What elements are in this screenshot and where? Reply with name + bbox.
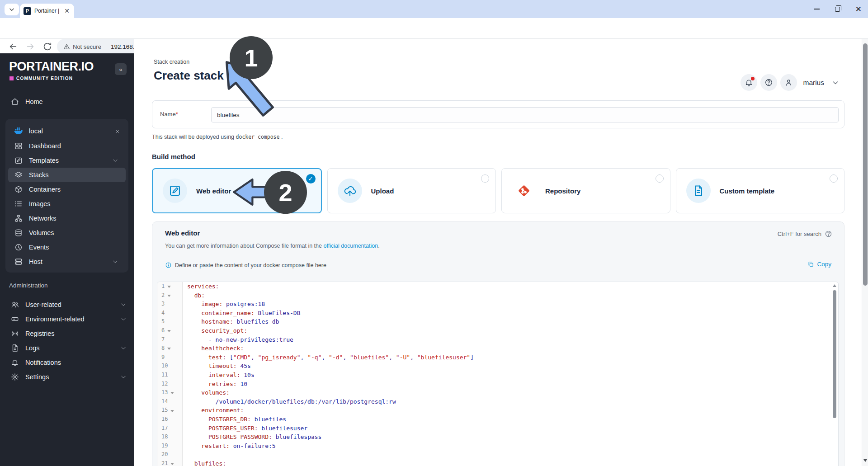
- sidebar-collapse-button[interactable]: «: [115, 63, 127, 75]
- help-button[interactable]: [760, 74, 777, 91]
- code-line[interactable]: 17 POSTGRES_USER: bluefilesuser: [157, 424, 838, 433]
- browser-window: P Portainer | ✕ ✕ Not secure 192.168.1.1…: [0, 0, 868, 466]
- sidebar-item-label: Templates: [29, 157, 59, 164]
- build-method-upload[interactable]: Upload: [327, 168, 496, 213]
- code-line[interactable]: 1services:: [157, 282, 838, 291]
- sidebar-item-notifications[interactable]: Notifications: [0, 355, 134, 370]
- code-line[interactable]: 6 security_opt:: [157, 326, 838, 335]
- notifications-button[interactable]: [741, 74, 757, 91]
- close-environment-icon[interactable]: [115, 128, 120, 133]
- images-icon: [14, 200, 23, 208]
- web-editor-heading: Web editor: [165, 229, 200, 237]
- not-secure-badge[interactable]: Not secure: [63, 43, 101, 50]
- official-documentation-link[interactable]: official documentation: [323, 243, 378, 249]
- code-line[interactable]: 10 timeout: 45s: [157, 362, 838, 371]
- build-method-custom-template[interactable]: Custom template: [676, 168, 845, 213]
- sidebar-item-label: Containers: [29, 186, 61, 193]
- line-number: 19: [161, 442, 168, 451]
- line-number: 20: [161, 450, 168, 459]
- fold-caret-icon[interactable]: [167, 330, 171, 332]
- edition-square-icon: [9, 76, 14, 80]
- code-line[interactable]: 11 interval: 10s: [157, 371, 838, 380]
- code-line[interactable]: 12 retries: 10: [157, 380, 838, 389]
- stack-name-input[interactable]: [211, 107, 839, 122]
- sidebar-item-containers[interactable]: Containers: [8, 182, 126, 197]
- minimize-icon[interactable]: [814, 9, 820, 9]
- user-menu-button[interactable]: [780, 74, 797, 91]
- sidebar-item-events[interactable]: Events: [8, 240, 126, 254]
- code-line[interactable]: 2 db:: [157, 291, 838, 300]
- scroll-up-icon[interactable]: [833, 284, 836, 287]
- code-line[interactable]: 18 POSTGRES_PASSWORD: bluefilespass: [157, 433, 838, 442]
- fold-caret-icon[interactable]: [170, 392, 174, 394]
- sidebar-item-registries[interactable]: Registries: [0, 326, 134, 341]
- environment-header[interactable]: local: [8, 122, 126, 139]
- question-icon[interactable]: [825, 230, 832, 238]
- sidebar-item-label: Volumes: [29, 229, 54, 236]
- code-line[interactable]: 9 test: ["CMD", "pg_isready", "-q", "-d"…: [157, 353, 838, 362]
- registries-icon: [11, 329, 19, 338]
- code-text: security_opt:: [183, 326, 247, 335]
- code-line[interactable]: 13 volumes:: [157, 388, 838, 397]
- sidebar-item-images[interactable]: Images: [8, 197, 126, 211]
- back-icon[interactable]: [8, 42, 18, 52]
- sidebar-item-volumes[interactable]: Volumes: [8, 226, 126, 240]
- code-text: test: ["CMD", "pg_isready", "-q", "-d", …: [183, 353, 474, 362]
- sidebar-item-settings[interactable]: Settings: [0, 370, 134, 384]
- code-line[interactable]: 3 image: postgres:18: [157, 300, 838, 309]
- browser-tab[interactable]: P Portainer | ✕: [20, 4, 74, 18]
- line-number: 13: [161, 388, 168, 397]
- sidebar-item-templates[interactable]: Templates: [8, 153, 126, 168]
- reload-icon[interactable]: [42, 42, 52, 52]
- code-line[interactable]: 20: [157, 450, 838, 459]
- close-icon[interactable]: ✕: [855, 5, 862, 13]
- radio-button[interactable]: [656, 174, 664, 183]
- sidebar-item-environment-related[interactable]: Environment-related: [0, 312, 134, 326]
- forward-icon[interactable]: [25, 42, 35, 52]
- sidebar-item-home[interactable]: Home: [0, 94, 134, 109]
- radio-button[interactable]: [481, 174, 489, 183]
- code-line[interactable]: 15 environment:: [157, 406, 838, 415]
- code-text: timeout: 45s: [183, 362, 251, 371]
- code-line[interactable]: 21 blufiles:: [157, 459, 838, 466]
- sidebar-item-host[interactable]: Host: [8, 254, 126, 269]
- build-method-repository[interactable]: Repository: [501, 168, 670, 213]
- sidebar-item-label: Images: [29, 200, 51, 207]
- fold-caret-icon[interactable]: [170, 410, 174, 412]
- sidebar-item-user-related[interactable]: User-related: [0, 297, 134, 312]
- page-scrollbar[interactable]: [862, 39, 868, 466]
- sidebar-item-dashboard[interactable]: Dashboard: [8, 139, 126, 153]
- web-editor-widget: Web editor Ctrl+F for search You can get…: [152, 221, 844, 466]
- code-line[interactable]: 8 healthcheck:: [157, 344, 838, 353]
- line-number: 16: [161, 415, 168, 424]
- code-editor[interactable]: 1services:2 db:3 image: postgres:184 con…: [157, 282, 839, 466]
- fold-caret-icon[interactable]: [167, 286, 171, 288]
- fold-caret-icon[interactable]: [167, 348, 171, 350]
- code-text: blufiles:: [183, 459, 226, 466]
- page-scrollbar-thumb[interactable]: [863, 43, 868, 286]
- chevron-down-icon[interactable]: [832, 79, 839, 86]
- sidebar-item-stacks[interactable]: Stacks: [8, 168, 126, 182]
- fold-caret-icon[interactable]: [170, 463, 174, 465]
- scroll-down-icon[interactable]: [863, 459, 867, 462]
- code-line[interactable]: 16 POSTGRES_DB: bluefiles: [157, 415, 838, 424]
- copy-button[interactable]: Copy: [807, 261, 831, 268]
- code-line[interactable]: 19 restart: on-failure:5: [157, 442, 838, 451]
- breadcrumb[interactable]: Stack creation: [154, 59, 189, 65]
- fold-caret-icon[interactable]: [167, 295, 171, 297]
- restore-icon[interactable]: [835, 7, 840, 12]
- editor-scrollbar-thumb[interactable]: [833, 290, 836, 418]
- code-text: volumes:: [183, 388, 230, 397]
- editor-scrollbar[interactable]: [832, 283, 837, 466]
- sidebar-item-networks[interactable]: Networks: [8, 211, 126, 226]
- users-icon: [11, 301, 19, 309]
- tab-close-icon[interactable]: ✕: [63, 7, 71, 14]
- code-line[interactable]: 4 container_name: BlueFiles-DB: [157, 309, 838, 318]
- code-line[interactable]: 5 hostname: bluefiles-db: [157, 317, 838, 326]
- line-number: 8: [161, 344, 165, 353]
- code-line[interactable]: 14 - /volume1/docker/bluefiles/db:/var/l…: [157, 397, 838, 406]
- radio-button[interactable]: [830, 174, 838, 183]
- code-line[interactable]: 7 - no-new-privileges:true: [157, 335, 838, 344]
- sidebar-item-logs[interactable]: Logs: [0, 341, 134, 355]
- tab-search-button[interactable]: [5, 4, 19, 15]
